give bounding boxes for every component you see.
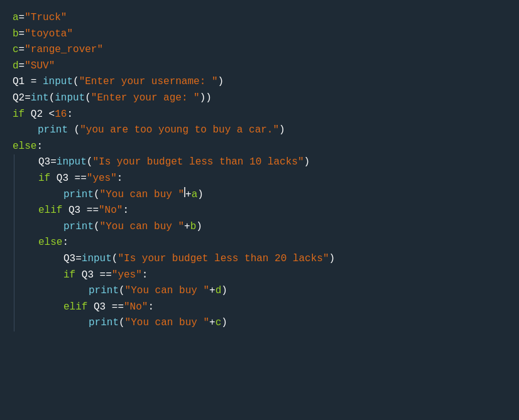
code-line-11: if Q3 =="yes": xyxy=(14,171,506,187)
code-line-13: elif Q3 =="No": xyxy=(14,203,506,219)
code-line-18: print("You can buy "+d) xyxy=(14,283,506,299)
code-line-17: if Q3 =="yes": xyxy=(14,267,506,284)
code-line-14: print("You can buy "+b) xyxy=(14,219,506,235)
var-a: a xyxy=(13,10,19,26)
code-line-2: b="toyota" xyxy=(13,26,506,43)
code-line-6: Q2=int(input("Enter your age: ")) xyxy=(13,90,506,107)
code-line-16: Q3=input("Is your budget less than 20 la… xyxy=(14,251,506,267)
code-line-10: Q3=input("Is your budget less than 10 la… xyxy=(14,154,506,171)
code-editor: a="Truck" b="toyota" c="range_rover" d="… xyxy=(13,10,506,331)
code-line-20: print("You can buy "+c) xyxy=(14,315,506,331)
code-line-15: else: xyxy=(14,235,506,251)
code-line-12: print("You can buy "+a) xyxy=(14,187,506,203)
code-line-8: print ("you are too young to buy a car."… xyxy=(13,122,506,139)
code-line-4: d="SUV" xyxy=(13,58,506,75)
code-line-5: Q1 = input("Enter your username: ") xyxy=(13,74,506,90)
code-line-19: elif Q3 =="No": xyxy=(14,299,506,316)
code-line-7: if Q2 <16: xyxy=(13,107,506,123)
code-line-1: a="Truck" xyxy=(13,10,506,26)
code-line-9: else: xyxy=(13,139,506,155)
code-line-3: c="range_rover" xyxy=(13,42,506,58)
